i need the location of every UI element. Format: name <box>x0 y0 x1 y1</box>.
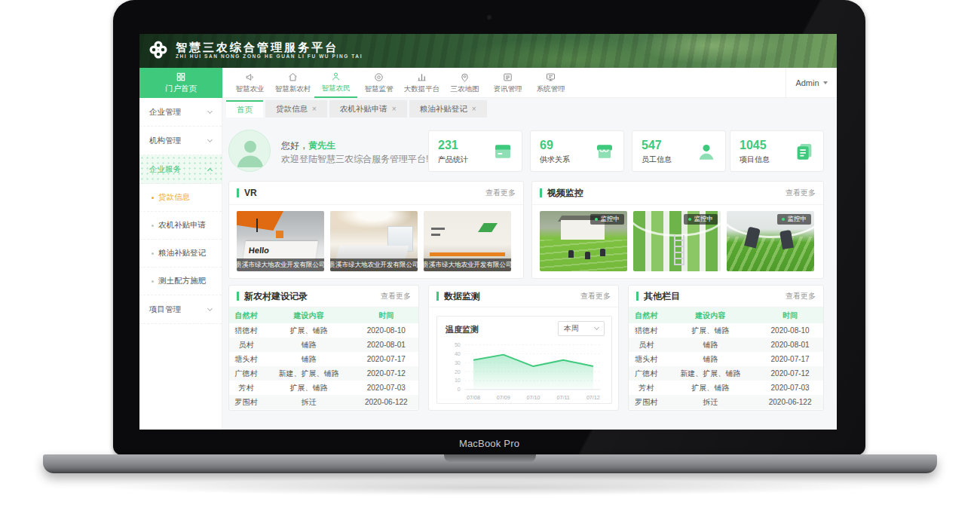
nav-item-big-data[interactable]: 大数据平台 <box>400 68 443 98</box>
sidebar-subitem-grain-oil-subsidy[interactable]: 粮油补贴登记 <box>139 240 222 268</box>
data-monitor-title: 数据监测 <box>444 290 480 303</box>
sidebar-subitem-loan-info[interactable]: 贷款信息 <box>139 184 222 212</box>
sidebar-item-organization-management[interactable]: 机构管理 <box>139 127 222 155</box>
close-icon[interactable]: × <box>392 105 397 113</box>
other-columns-panel: 其他栏目 查看更多 自然村 建设内容 时间 猎德村扩展、铺路2020-08-10… <box>628 285 824 411</box>
vr-photo-caption: 贵溪市绿大地农业开发有限公司 <box>237 258 324 271</box>
admin-label: Admin <box>795 78 819 87</box>
vr-more-link[interactable]: 查看更多 <box>485 188 516 198</box>
stat-card-supply-demand[interactable]: 69 供求关系 <box>530 130 624 172</box>
vr-photo[interactable]: Hello 贵溪市绿大地农业开发有限公司 <box>237 211 324 271</box>
table-row[interactable]: 广德村新建、扩展、铺路2020-07-12 <box>229 366 418 381</box>
table-row[interactable]: 罗围村拆迁2020-06-122 <box>629 395 823 409</box>
table-row[interactable]: 芳村扩展、铺路2020-07-03 <box>629 381 823 395</box>
top-navbar: 门户首页 智慧农业 智慧新农村 <box>139 68 837 98</box>
data-monitor-panel: 数据监测 查看更多 温度监测 本周 <box>428 285 619 411</box>
nav-item-agri-map[interactable]: 三农地图 <box>443 68 486 98</box>
laptop-lid-notch <box>444 454 536 463</box>
stat-card-projects[interactable]: 1045 项目信息 <box>730 130 824 172</box>
webcam-dot <box>487 15 492 20</box>
construction-more-link[interactable]: 查看更多 <box>381 291 411 301</box>
close-icon[interactable]: × <box>312 105 317 113</box>
table-row[interactable]: 猎德村扩展、铺路2020-08-10 <box>229 323 418 338</box>
svg-text:40: 40 <box>455 351 461 357</box>
column-header: 自然村 <box>229 307 263 323</box>
video-monitor-panel: 视频监控 查看更多 监控中 监控中 <box>531 181 824 279</box>
person-icon <box>330 71 341 82</box>
macbook-label: MacBook Pro <box>113 438 865 449</box>
stat-card-employees[interactable]: 547 员工信息 <box>632 130 726 172</box>
video-feed[interactable]: 监控中 <box>727 211 814 271</box>
nav-item-portal-home[interactable]: 门户首页 <box>139 68 222 98</box>
tab-grain-oil-subsidy[interactable]: 粮油补贴登记 × <box>409 100 487 118</box>
target-icon <box>373 72 384 83</box>
svg-text:20: 20 <box>455 369 461 375</box>
column-header: 建设内容 <box>663 307 757 323</box>
live-dot-icon <box>595 218 598 221</box>
table-row[interactable]: 塘头村铺路2020-07-17 <box>629 352 823 366</box>
column-header: 时间 <box>354 307 418 323</box>
nav-item-smart-farmer[interactable]: 智慧农民 <box>314 68 357 98</box>
sidebar-item-project-management[interactable]: 项目管理 <box>139 295 222 324</box>
other-columns-table: 自然村 建设内容 时间 猎德村扩展、铺路2020-08-10 员村铺路2020-… <box>629 307 823 409</box>
close-icon[interactable]: × <box>472 105 476 113</box>
nav-item-smart-supervision[interactable]: 智慧监管 <box>357 68 400 98</box>
tab-machinery-subsidy[interactable]: 农机补贴申请 × <box>329 100 407 118</box>
user-name: 黄先生 <box>308 140 335 151</box>
vr-photo-caption: 贵溪市绿大地农业开发有限公司 <box>330 258 418 271</box>
admin-user-menu[interactable]: Admin <box>786 68 837 98</box>
vr-panel: VR 查看更多 Hello 贵溪市绿大地农业开发有限公司 贵溪市绿大地农业开发有… <box>228 181 524 279</box>
live-badge: 监控中 <box>777 214 812 225</box>
chevron-down-icon <box>207 306 213 311</box>
tab-home[interactable]: 首页 <box>226 100 263 118</box>
live-dot-icon <box>688 218 691 221</box>
nav-item-system-management[interactable]: 系统管理 <box>529 68 572 98</box>
svg-text:30: 30 <box>455 360 461 366</box>
table-row[interactable]: 员村铺路2020-08-01 <box>229 338 418 352</box>
chevron-down-icon <box>207 109 213 114</box>
grid-icon <box>176 72 186 82</box>
nav-items: 智慧农业 智慧新农村 智慧农民 <box>228 68 572 98</box>
nav-item-news-management[interactable]: 资讯管理 <box>486 68 529 98</box>
news-icon <box>502 72 513 83</box>
other-columns-more-link[interactable]: 查看更多 <box>786 291 816 301</box>
data-monitor-more-link[interactable]: 查看更多 <box>580 291 611 301</box>
employee-icon <box>695 140 718 163</box>
table-row[interactable]: 罗围村拆迁2020-06-122 <box>229 395 418 409</box>
nav-item-smart-village[interactable]: 智慧新农村 <box>271 68 314 98</box>
video-more-link[interactable]: 查看更多 <box>786 188 816 198</box>
video-feed[interactable]: 监控中 <box>633 211 721 271</box>
vr-photo[interactable]: 贵溪市绿大地农业开发有限公司 <box>330 211 418 271</box>
section-accent-bar <box>237 188 239 197</box>
range-select[interactable]: 本周 <box>558 321 605 336</box>
sidebar-subitem-soil-formula[interactable]: 测土配方施肥 <box>139 268 222 295</box>
video-feed[interactable]: 监控中 <box>540 211 627 271</box>
section-accent-bar <box>237 292 239 301</box>
video-title: 视频监控 <box>547 187 583 200</box>
vr-photo-caption: 贵溪市绿大地农业开发有限公司 <box>424 258 511 271</box>
sidebar-item-enterprise-management[interactable]: 企业管理 <box>139 98 222 127</box>
app-title: 智慧三农综合管理服务平台 <box>176 41 363 54</box>
bar-chart-icon <box>416 72 427 83</box>
sidebar-subitem-machinery-subsidy[interactable]: 农机补贴申请 <box>139 212 222 240</box>
header-banner: 智慧三农综合管理服务平台 ZHI HUI SAN NONG ZONG HE GU… <box>139 34 837 68</box>
table-row[interactable]: 塘头村铺路2020-07-17 <box>229 352 418 366</box>
chevron-up-icon <box>207 167 213 173</box>
table-row[interactable]: 猎德村扩展、铺路2020-08-10 <box>629 323 823 338</box>
construction-records-panel: 新农村建设记录 查看更多 自然村 建设内容 时间 猎德村扩展、铺路2020-08… <box>228 285 419 411</box>
svg-text:10: 10 <box>455 378 461 384</box>
avatar <box>228 130 271 172</box>
stat-card-products[interactable]: 231 产品统计 <box>428 130 522 172</box>
nav-item-smart-agriculture[interactable]: 智慧农业 <box>228 68 271 98</box>
table-row[interactable]: 广德村新建、扩展、铺路2020-07-12 <box>629 366 823 381</box>
svg-text:07/09: 07/09 <box>497 395 510 401</box>
table-row[interactable]: 员村铺路2020-08-01 <box>629 338 823 352</box>
tab-loan-info[interactable]: 贷款信息 × <box>265 100 327 118</box>
monitor-icon <box>545 72 556 83</box>
bullet-dot-icon <box>152 225 154 227</box>
sidebar-item-enterprise-services[interactable]: 企业服务 <box>139 155 222 184</box>
table-row[interactable]: 芳村扩展、铺路2020-07-03 <box>229 381 418 395</box>
app-screen: 智慧三农综合管理服务平台 ZHI HUI SAN NONG ZONG HE GU… <box>139 34 837 430</box>
column-header: 自然村 <box>629 307 663 323</box>
vr-photo[interactable]: 贵溪市绿大地农业开发有限公司 <box>424 211 511 271</box>
